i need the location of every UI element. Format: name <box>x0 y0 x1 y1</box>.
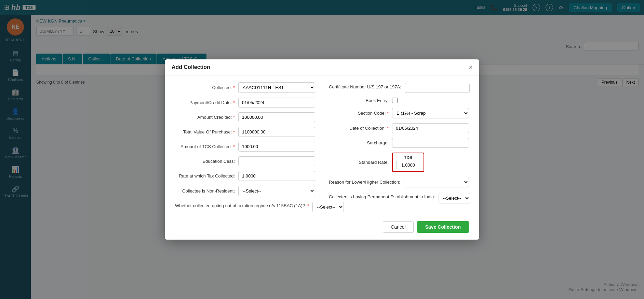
cert-number-row: Certificate Number U/S 197 or 197A: <box>329 82 469 93</box>
permanent-establishment-label: Collectee is having Permanent Establishm… <box>329 192 435 200</box>
form-grid: Collectee: AAACD1111N-TEST Payment/Credi… <box>175 82 469 212</box>
section-code-row: Section Code: E (1%) - Scrap Other <box>329 108 469 118</box>
book-entry-label: Book Entry: <box>329 98 389 103</box>
save-collection-button[interactable]: Save Collection <box>417 221 469 233</box>
permanent-establishment-select[interactable]: --Select-- Yes No <box>439 193 470 203</box>
surcharge-row: Surcharge: <box>329 138 469 148</box>
collectee-row: Collectee: AAACD1111N-TEST <box>175 82 315 93</box>
modal-body: Collectee: AAACD1111N-TEST Payment/Credi… <box>165 75 479 216</box>
nonresident-label: Collectee is Non-Resident: <box>175 188 235 194</box>
standard-rate-tds-label: TDS <box>404 155 412 160</box>
collectee-select[interactable]: AAACD1111N-TEST <box>238 82 315 93</box>
standard-rate-row: Standard Rate: TDS <box>329 153 469 172</box>
amount-credited-input[interactable] <box>238 112 315 122</box>
date-collection-label: Date of Collection: <box>329 126 389 131</box>
modal: Add Collection × Collectee: AAACD1111N-T… <box>165 59 479 240</box>
education-cess-label: Education Cess: <box>175 159 235 164</box>
payment-date-input[interactable] <box>238 98 315 108</box>
rate-tax-row: Rate at which Tax Collected: <box>175 171 315 181</box>
standard-rate-box: TDS <box>392 153 424 172</box>
book-entry-checkbox[interactable] <box>392 98 398 103</box>
rate-tax-input[interactable] <box>238 171 315 181</box>
form-col-left: Collectee: AAACD1111N-TEST Payment/Credi… <box>175 82 315 212</box>
standard-rate-input[interactable] <box>396 161 420 169</box>
modal-header: Add Collection × <box>165 59 479 75</box>
modal-title: Add Collection <box>172 64 210 70</box>
surcharge-input[interactable] <box>392 138 469 148</box>
section-code-select[interactable]: E (1%) - Scrap Other <box>392 108 469 118</box>
surcharge-label: Surcharge: <box>329 140 389 145</box>
nonresident-select[interactable]: --Select-- Yes No <box>238 186 315 196</box>
amount-tcs-input[interactable] <box>238 142 315 152</box>
permanent-establishment-row: Collectee is having Permanent Establishm… <box>329 192 469 203</box>
modal-overlay: Add Collection × Collectee: AAACD1111N-T… <box>0 0 644 299</box>
modal-close-button[interactable]: × <box>469 64 472 70</box>
standard-rate-label: Standard Rate: <box>329 160 389 165</box>
total-purchase-row: Total Value Of Purchase: <box>175 127 315 137</box>
taxation-regime-label: Whether collectee opting out of taxation… <box>175 201 309 209</box>
rate-tax-label: Rate at which Tax Collected: <box>175 173 235 179</box>
total-purchase-input[interactable] <box>238 127 315 137</box>
amount-credited-label: Amount Credited: <box>175 115 235 120</box>
education-cess-input[interactable] <box>238 156 315 166</box>
payment-date-row: Payment/Credit Date: <box>175 98 315 108</box>
form-col-right: Certificate Number U/S 197 or 197A: Book… <box>329 82 469 212</box>
taxation-regime-row: Whether collectee opting out of taxation… <box>175 201 315 212</box>
modal-footer: Cancel Save Collection <box>165 216 479 240</box>
cancel-button[interactable]: Cancel <box>383 221 414 233</box>
education-cess-row: Education Cess: <box>175 156 315 166</box>
nonresident-row: Collectee is Non-Resident: --Select-- Ye… <box>175 186 315 196</box>
book-entry-row: Book Entry: <box>329 98 469 103</box>
date-collection-input[interactable] <box>392 123 469 133</box>
reason-collection-select[interactable] <box>404 177 469 187</box>
amount-credited-row: Amount Credited: <box>175 112 315 122</box>
collectee-label: Collectee: <box>175 85 235 90</box>
total-purchase-label: Total Value Of Purchase: <box>175 129 235 134</box>
cert-number-label: Certificate Number U/S 197 or 197A: <box>329 82 401 90</box>
payment-date-label: Payment/Credit Date: <box>175 100 235 105</box>
section-code-label: Section Code: <box>329 111 389 116</box>
date-collection-row: Date of Collection: <box>329 123 469 133</box>
reason-collection-label: Reason for Lower/Higher Collection: <box>329 180 400 185</box>
cert-number-input[interactable] <box>405 83 470 93</box>
amount-tcs-row: Amount of TCS Collected: <box>175 142 315 152</box>
amount-tcs-label: Amount of TCS Collected: <box>175 144 235 149</box>
reason-collection-row: Reason for Lower/Higher Collection: <box>329 177 469 187</box>
